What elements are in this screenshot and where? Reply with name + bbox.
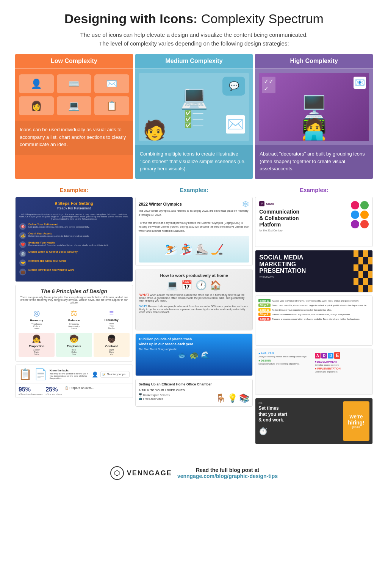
venngage-logo-icon: ⬡ <box>110 466 124 480</box>
addie-layout: ■ ANALYSIS Analyze learning needs and ex… <box>258 352 369 373</box>
balance-icon: ⚖ <box>58 308 91 318</box>
green-circle <box>360 201 369 209</box>
step-row-2: Step 2: Select best possible job options… <box>258 303 369 307</box>
plastic-sub: The Five Threat Songs of plastic <box>139 348 250 351</box>
social-media-date: STANDARD <box>259 276 369 278</box>
contrast-icon: 👦🏿 <box>95 334 128 343</box>
wfh-title: How to work productively at home <box>139 273 249 278</box>
copy2-icon: 📄 <box>34 368 47 380</box>
harmony-icon: ◎ <box>20 308 53 318</box>
plastic-title: 18 billion pounds of plastic trash winds… <box>139 337 250 346</box>
turtle-icon: 🐢 <box>189 351 199 359</box>
skier-icon: ⛷️ <box>164 243 177 256</box>
wfh-why-section: WHY Research shows people who work from … <box>139 304 249 313</box>
checker-17 <box>354 278 358 285</box>
hockey-icon: 🏒 <box>211 243 224 256</box>
medium-description: Combining multiple icons to create illus… <box>135 145 253 179</box>
olympics-card-inner: 2022 Winter Olympics ❄️ The 2022 Winter … <box>136 197 253 266</box>
balance-list: SymmetryAsymmetryRadial <box>58 323 91 330</box>
step4-icon: 🏛️ <box>19 250 26 257</box>
step3-icon: ❤️ <box>19 241 26 248</box>
skater-icon: ⛸️ <box>195 243 208 256</box>
step2-icon: 💰 <box>19 232 26 239</box>
stat-1: 95% of American businesses <box>19 386 42 395</box>
emphasis-name: Emphasis <box>58 344 91 348</box>
retirement-step-1: 🎯 Define Your Retirement List goals, cre… <box>19 223 129 230</box>
plan-text: 📝 Plan for your pa... <box>100 371 129 378</box>
venngage-logo-text: VENNGAGE <box>127 469 172 477</box>
examples-medium-label: Examples: <box>135 187 253 193</box>
slack-card: # Slack Communication & Collaboration Pl… <box>255 197 373 247</box>
emphasis-item: 🧒 Emphasis BoldColorSize <box>56 333 92 357</box>
step1-text: Assess your individual strengths, techni… <box>272 300 359 302</box>
footer-cta: Read the full blog post at venngage.com/… <box>177 467 278 479</box>
stats-know-facts: Know the facts: <box>50 369 89 372</box>
steps-card: Step 1: Assess your individual strengths… <box>255 296 373 346</box>
balance-name: Balance <box>58 319 91 322</box>
addie-design-text: Design structure and learning objectives… <box>258 363 313 365</box>
slack-title: Communication & Collaboration Platform <box>259 209 369 228</box>
item1: 🖥️ Uninterrupted Screens <box>139 393 214 396</box>
footer-logo: ⬡ VENNGAGE <box>110 466 172 480</box>
retirement-card-inner: 9 Steps For Getting Ready For Retirement… <box>16 197 133 281</box>
snowflake-icon: ❄️ <box>242 200 249 208</box>
wave-icon: 🌊 <box>201 351 210 359</box>
hiring-right: we're hiring! join us <box>343 401 369 441</box>
social-media-card: SOCIAL MEDIA MARKETING PRESENTATION STAN… <box>255 250 373 292</box>
step5-icon: 🤝 <box>19 259 26 266</box>
medium-complexity-column: Medium Complexity 💬 💻 ✅ ——✅ ——✅ —— <box>135 54 253 179</box>
plastic-card-inner: 18 billion pounds of plastic trash winds… <box>136 334 253 376</box>
hierarchy-list: TitlesTextMedia <box>95 322 128 329</box>
stats-numbers: 95% of American businesses 25% of the wo… <box>16 384 133 398</box>
proportion-name: Proportion <box>20 344 53 348</box>
woman-icon: 👩 <box>19 96 54 115</box>
wfh-what-section: WHAT when a team member works outside th… <box>139 293 249 302</box>
hierarchy-icon: ≡ <box>95 308 128 317</box>
stat-1-label: of American businesses <box>19 393 42 395</box>
step3-num: Step 3: <box>258 308 270 311</box>
retirement-card: 9 Steps For Getting Ready For Retirement… <box>15 197 133 282</box>
retirement-step-3: ❤️ Evaluate Your Health Keep up physical… <box>19 241 129 248</box>
harmony-list: TypefacesColorsFonts <box>20 323 53 330</box>
stats-text-area: Know the facts: You may be the perfect f… <box>50 369 89 379</box>
retirement-step-2: 💰 Count Your Assets Determine assets, cr… <box>19 232 129 239</box>
low-header: Low Complexity <box>15 54 133 69</box>
steps-card-inner: Step 1: Assess your individual strengths… <box>255 296 372 345</box>
addie-e: E <box>334 352 340 359</box>
high-illustration: ✓✓✓ 📧 🖥️ 🧑‍💻 <box>255 69 373 145</box>
stats-inner: 📋 📄 Know the facts: You may be the perfe… <box>16 365 133 384</box>
desk-icon: 🪑 <box>216 393 226 403</box>
examples-low-col: Examples: 9 Steps For Getting Ready For … <box>15 187 133 447</box>
calendar-wfh-icon: 📅 <box>181 280 192 291</box>
wfh-what-text: when a team member works outside the off… <box>139 294 245 302</box>
homeoffice-card: Setting Up an Efficient Home Office Cham… <box>135 379 253 407</box>
wfh-card-inner: How to work productively at home 💻 📅 🕐 🏠… <box>136 269 253 330</box>
proportion-item: 👧 Proportion GoldenRatioGrids <box>19 333 55 357</box>
hiring-card: 03. Set times that you start & end work.… <box>255 398 373 444</box>
step-row-4: Step 4: Gather information about any net… <box>258 313 369 316</box>
balance-item: ⚖ Balance SymmetryAsymmetryRadial <box>56 307 92 331</box>
olympics-title: 2022 Winter Olympics <box>139 202 240 206</box>
page-title: Designing with Icons: Complexity Spectru… <box>15 11 373 26</box>
retirement-subtitle: Ready For Retirement <box>19 206 129 210</box>
monitor-icon: 🖥️ <box>139 393 142 396</box>
retirement-step-5: 🤝 Network and Grow Your Circle <box>19 259 129 266</box>
wfh-card: How to work productively at home 💻 📅 🕐 🏠… <box>135 269 253 330</box>
page-subtitle: The use of icons can help elevate a desi… <box>15 31 373 48</box>
laptop-wfh-icon: 💻 <box>167 280 178 291</box>
high-description: Abstract "decorators" are built by group… <box>255 145 373 179</box>
footer: ⬡ VENNGAGE Read the full blog post at ve… <box>15 459 373 484</box>
olympics-card: 2022 Winter Olympics ❄️ The 2022 Winter … <box>135 197 253 266</box>
checker-21 <box>354 285 358 292</box>
step2-num: Step 2: <box>258 303 270 307</box>
laptop-icon: 💻 <box>57 96 92 115</box>
checker-19 <box>363 278 368 285</box>
design-principles-card: The 6 Principles of Design There are gen… <box>15 285 133 362</box>
step-row-5: Step 5: Prepare a resume, cover letter, … <box>258 317 369 321</box>
addie-development: ■ DEVELOPMENT <box>315 360 369 363</box>
olympics-illustration: ⛷️ 🏂 ⛸️ 🏒 <box>139 236 250 263</box>
pink-circle <box>351 201 359 209</box>
step2-text: Select best possible job options and beg… <box>272 304 367 307</box>
addie-a: A <box>315 353 321 358</box>
principles-desc: There are generally 6 core principles th… <box>19 296 130 304</box>
